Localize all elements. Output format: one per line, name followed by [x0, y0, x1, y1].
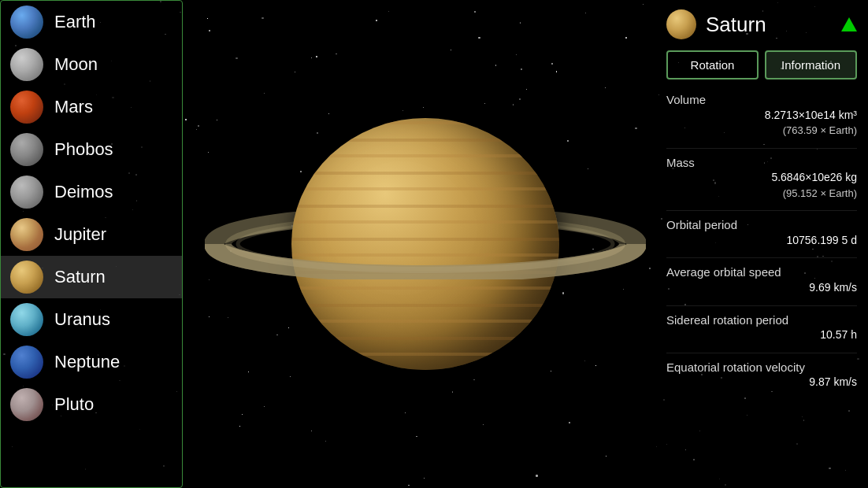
orbital-period-label: Orbital period — [666, 218, 737, 231]
sidebar-item-pluto[interactable]: Pluto — [1, 383, 182, 426]
sidebar-item-mars[interactable]: Mars — [1, 86, 182, 128]
volume-row: Volume 8.2713×10e14 km³ (763.59 × Earth) — [666, 92, 857, 139]
avg-orbital-speed-label: Average orbital speed — [666, 265, 781, 279]
sidebar-item-neptune[interactable]: Neptune — [1, 341, 182, 383]
ring-front — [205, 209, 646, 279]
jupiter-icon — [10, 218, 43, 251]
saturn-3d — [228, 55, 622, 433]
mars-icon — [10, 91, 43, 124]
uranus-icon — [10, 303, 43, 336]
info-panel: Saturn Rotation Information Volume 8.271… — [655, 0, 868, 488]
deimos-icon — [10, 176, 43, 209]
mass-value: 5.6846×10e26 kg (95.152 × Earth) — [666, 170, 857, 201]
saturn-icon — [10, 261, 43, 294]
volume-label: Volume — [666, 93, 706, 106]
phobos-icon — [10, 133, 43, 166]
mass-label: Mass — [666, 156, 695, 169]
sidebar-item-uranus[interactable]: Uranus — [1, 298, 182, 341]
panel-header: Saturn — [666, 9, 857, 39]
planet-title: Saturn — [706, 13, 766, 37]
sidereal-rotation-value: 10.57 h — [666, 327, 857, 343]
sidebar-item-jupiter[interactable]: Jupiter — [1, 213, 182, 256]
moon-label: Moon — [54, 54, 98, 75]
sidebar-item-phobos[interactable]: Phobos — [1, 128, 182, 171]
orbital-period-row: Orbital period 10756.199 5 d — [666, 217, 857, 248]
moon-icon — [10, 48, 43, 81]
sidebar: EarthMoonMarsPhobosDeimosJupiterSaturnUr… — [0, 0, 183, 488]
equatorial-velocity-label: Equatorial rotation velocity — [666, 360, 805, 374]
tab-information[interactable]: Information — [765, 50, 857, 79]
uranus-label: Uranus — [54, 309, 110, 330]
pluto-label: Pluto — [54, 394, 94, 415]
neptune-label: Neptune — [54, 352, 120, 372]
avg-orbital-speed-value: 9.69 km/s — [666, 280, 857, 296]
svg-point-5 — [228, 218, 622, 270]
sidebar-item-earth[interactable]: Earth — [1, 1, 182, 43]
mass-row: Mass 5.6846×10e26 kg (95.152 × Earth) — [666, 155, 857, 201]
sidebar-item-deimos[interactable]: Deimos — [1, 171, 182, 213]
jupiter-label: Jupiter — [54, 224, 106, 245]
saturn-mini-icon — [666, 9, 696, 39]
volume-value: 8.2713×10e14 km³ (763.59 × Earth) — [666, 108, 857, 139]
svg-point-4 — [213, 214, 638, 274]
earth-label: Earth — [54, 12, 96, 32]
equatorial-velocity-row: Equatorial rotation velocity 9.87 km/s — [666, 360, 857, 390]
earth-icon — [10, 6, 43, 39]
neptune-icon — [10, 346, 43, 379]
deimos-label: Deimos — [54, 182, 113, 202]
avg-orbital-speed-row: Average orbital speed 9.69 km/s — [666, 264, 857, 295]
saturn-label: Saturn — [54, 267, 106, 287]
pluto-icon — [10, 388, 43, 421]
sidereal-rotation-row: Sidereal rotation period 10.57 h — [666, 312, 857, 343]
planet-display — [181, 0, 670, 488]
tab-buttons: Rotation Information — [666, 50, 857, 79]
tab-rotation[interactable]: Rotation — [666, 50, 759, 79]
orbital-period-value: 10756.199 5 d — [666, 233, 857, 249]
mars-label: Mars — [54, 97, 93, 117]
sidebar-item-saturn[interactable]: Saturn — [1, 256, 182, 298]
triangle-icon — [841, 17, 857, 31]
sidebar-item-moon[interactable]: Moon — [1, 43, 182, 86]
sidereal-rotation-label: Sidereal rotation period — [666, 313, 788, 327]
equatorial-velocity-value: 9.87 km/s — [666, 375, 857, 390]
phobos-label: Phobos — [54, 139, 113, 160]
